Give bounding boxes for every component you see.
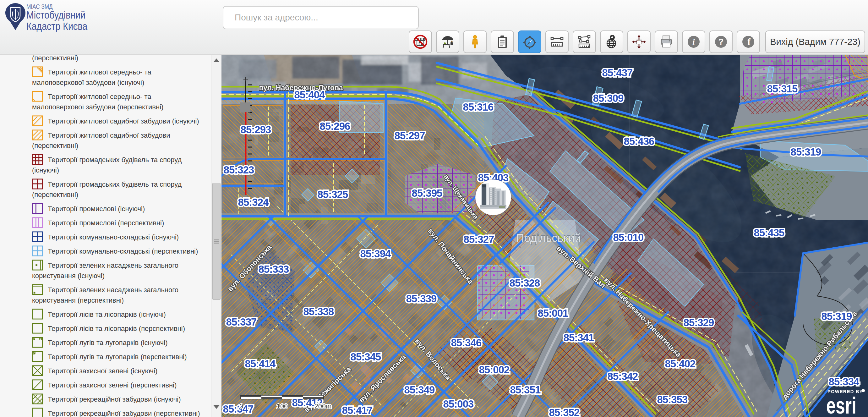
svg-text:85:414: 85:414 [245,358,276,369]
svg-text:85:002: 85:002 [479,364,509,376]
svg-text:85:328: 85:328 [509,277,540,289]
svg-text:85:351: 85:351 [510,384,541,396]
svg-text:85:346: 85:346 [451,337,482,349]
svg-text:85:319: 85:319 [822,310,852,322]
svg-text:85:417: 85:417 [342,405,373,416]
svg-text:85:334: 85:334 [829,376,860,387]
svg-text:85:402: 85:402 [665,358,695,369]
svg-text:85:001: 85:001 [538,307,568,319]
svg-text:+: + [243,74,248,84]
svg-text:85:309: 85:309 [593,92,624,104]
svg-text:i: i [692,37,695,47]
svg-text:85:345: 85:345 [350,351,381,363]
svg-text:85:325: 85:325 [318,188,348,200]
svg-text:?: ? [718,37,724,47]
svg-text:85:338: 85:338 [304,306,334,317]
svg-text:85:293: 85:293 [241,124,271,136]
svg-text:85:404: 85:404 [294,89,325,100]
svg-text:85:319: 85:319 [791,146,821,158]
svg-text:85:003: 85:003 [443,398,474,410]
svg-text:85:352: 85:352 [549,407,580,417]
svg-text:85:436: 85:436 [624,136,654,147]
svg-text:85:349: 85:349 [404,384,435,396]
svg-text:85:435: 85:435 [754,227,784,239]
svg-text:85:347: 85:347 [223,403,253,415]
svg-text:85:437: 85:437 [602,67,633,79]
svg-text:85:296: 85:296 [320,120,350,132]
svg-text:esri: esri [826,392,857,417]
svg-text:85:324: 85:324 [238,197,269,208]
svg-text:Подільський: Подільський [516,232,581,244]
svg-text:85:327: 85:327 [464,234,494,245]
svg-text:85:329: 85:329 [684,317,714,328]
svg-text:0: 0 [239,402,243,410]
svg-text:85:394: 85:394 [360,248,391,260]
svg-text:85:333: 85:333 [258,263,289,275]
svg-text:85:010: 85:010 [613,232,644,243]
svg-text:200m: 200m [314,402,332,410]
svg-text:100: 100 [276,402,288,410]
svg-text:85:337: 85:337 [226,316,257,328]
svg-text:f: f [747,36,751,47]
svg-text:85:342: 85:342 [608,370,638,382]
svg-text:85:341: 85:341 [564,332,594,344]
svg-text:85:353: 85:353 [657,394,688,406]
svg-text:85:395: 85:395 [412,187,442,199]
svg-text:85:316: 85:316 [463,101,494,113]
svg-text:85:323: 85:323 [224,164,254,176]
svg-text:85:339: 85:339 [406,293,437,304]
svg-text:85:297: 85:297 [395,130,425,141]
svg-text:85:315: 85:315 [767,83,798,95]
